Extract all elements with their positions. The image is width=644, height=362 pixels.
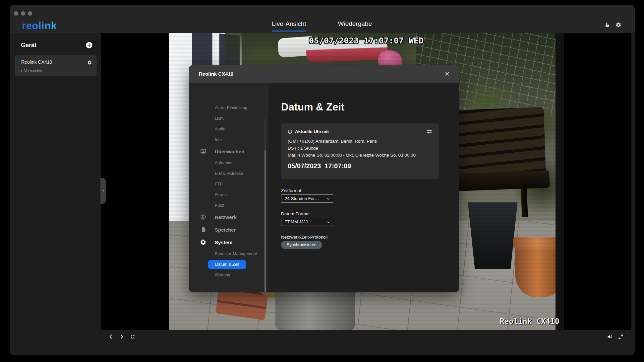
device-card[interactable]: Reolink CX410 Verbunden: [15, 55, 97, 76]
nav-item-datum-zeit[interactable]: Datum & Zeit: [189, 259, 268, 270]
nav-item-wartung[interactable]: Wartung: [189, 270, 268, 280]
adjust-time-sliders-icon[interactable]: [426, 128, 433, 135]
current-time-title: Aktuelle Uhrzeit: [295, 129, 329, 134]
time-format-label: Zeitformat: [281, 188, 301, 193]
nav-item-benutzer-management[interactable]: Benutzer-Management: [189, 249, 268, 259]
camera-watermark: Reolink CX410: [499, 317, 559, 326]
window-zoom-button[interactable]: [28, 11, 32, 16]
globe-icon: [200, 214, 206, 220]
ntp-label: Netzwerk-Zeit-Protokoll: [281, 235, 327, 240]
previous-channel-icon[interactable]: [108, 334, 114, 339]
dialog-content: Datum & Zeit Aktuelle Uhrzeit (GMT+01:00…: [268, 83, 459, 292]
chevron-down-icon: [326, 197, 330, 201]
device-sidebar: Gerät Reolink CX410 Verbunden: [10, 33, 101, 355]
nav-section-system[interactable]: System: [189, 236, 268, 249]
settings-gear-icon[interactable]: [615, 22, 621, 28]
lock-open-icon[interactable]: [604, 22, 610, 28]
screen: reolink Live-Ansicht Wiedergabe Gerät Re…: [0, 0, 644, 362]
device-name: Reolink CX410: [21, 59, 52, 65]
next-channel-icon[interactable]: [119, 334, 125, 339]
date-format-select[interactable]: TT.MM.JJJJ: [281, 218, 333, 226]
current-datetime: 05/07/2023 17:07:09: [288, 162, 432, 170]
nav-item-audio[interactable]: Audio: [189, 124, 268, 134]
chevron-down-icon: [326, 220, 330, 224]
nav-item-info[interactable]: Info: [189, 134, 268, 145]
time-format-value: 24-Stunden For…: [285, 196, 319, 201]
refresh-stream-icon[interactable]: [130, 334, 136, 339]
nav-item-email-adresse[interactable]: E-Mail-Adresse: [189, 168, 268, 179]
nav-item-licht[interactable]: Licht: [189, 113, 268, 124]
collapse-arrow-icon: [101, 189, 105, 192]
top-bar: reolink Live-Ansicht Wiedergabe: [10, 5, 635, 33]
add-device-icon[interactable]: [86, 41, 93, 49]
dialog-title: Reolink CX410: [199, 71, 233, 77]
window-close-button[interactable]: [14, 11, 18, 16]
timezone-info: (GMT+01:00) Amsterdam, Berlin, Rom, Pari…: [288, 138, 432, 159]
dst-line: DST : 1 Stunde: [288, 145, 432, 152]
osd-timestamp: 05/07/2023 17:07:07 WED: [309, 36, 424, 45]
sidebar-title: Gerät: [21, 42, 36, 49]
dst-rule-line: Mär. 4 Woche So. 02:00:00 - Okt. Die let…: [288, 152, 432, 159]
nav-item-ftp[interactable]: FTP: [189, 179, 268, 189]
nav-item-alarm-einstellung[interactable]: Alarm-Einstellung: [189, 103, 268, 113]
top-bar-actions: [604, 22, 621, 28]
clock-icon: [288, 129, 292, 134]
window-controls[interactable]: [14, 11, 32, 16]
playback-controls: [108, 334, 136, 339]
nav-scrollbar-thumb[interactable]: [264, 150, 266, 292]
date-format-value: TT.MM.JJJJ: [285, 219, 308, 224]
device-settings-dialog: Reolink CX410 Alarm-Einstellung Licht Au…: [189, 65, 459, 292]
sd-card-icon: [200, 226, 206, 233]
volume-icon[interactable]: [607, 334, 613, 340]
nav-item-push[interactable]: Push: [189, 200, 268, 211]
dialog-nav: Alarm-Einstellung Licht Audio Info Überw…: [189, 83, 268, 292]
nav-section-netzwerk[interactable]: Netzwerk: [189, 211, 268, 223]
time-format-select[interactable]: 24-Stunden For…: [281, 194, 333, 203]
device-settings-gear-icon[interactable]: [87, 60, 92, 65]
main-tabs: Live-Ansicht Wiedergabe: [272, 20, 372, 32]
nav-section-ueberwachen[interactable]: Überwachen: [189, 145, 268, 158]
monitor-icon: [200, 148, 206, 155]
date-format-label: Datum Format: [281, 211, 310, 216]
device-status: Verbunden: [21, 69, 42, 73]
timezone-line: (GMT+01:00) Amsterdam, Berlin, Rom, Pari…: [288, 138, 432, 145]
stream-options: [607, 334, 624, 340]
nav-section-speicher[interactable]: Speicher: [189, 223, 268, 236]
nav-item-aufnahme[interactable]: Aufnahme: [189, 158, 268, 168]
nav-scrollbar: [264, 118, 266, 292]
current-time-card: Aktuelle Uhrzeit (GMT+01:00) Amsterdam, …: [281, 123, 439, 179]
close-icon[interactable]: [444, 70, 450, 77]
dialog-nav-list: Alarm-Einstellung Licht Audio Info Überw…: [189, 103, 268, 280]
tab-live-view[interactable]: Live-Ansicht: [272, 20, 306, 32]
device-status-label: Verbunden: [24, 69, 42, 73]
window-minimize-button[interactable]: [21, 11, 25, 16]
app-window: reolink Live-Ansicht Wiedergabe Gerät Re…: [10, 5, 635, 355]
sidebar-collapse-handle[interactable]: [100, 178, 106, 204]
tab-playback[interactable]: Wiedergabe: [338, 20, 372, 32]
dialog-header: Reolink CX410: [189, 65, 459, 83]
status-dot: [21, 70, 22, 72]
current-time-header: Aktuelle Uhrzeit: [288, 129, 432, 134]
gear-icon: [200, 239, 206, 246]
reolink-logo: reolink: [22, 20, 57, 32]
fullscreen-icon[interactable]: [618, 334, 624, 340]
page-title: Datum & Zeit: [281, 101, 344, 113]
synchronize-button[interactable]: Synchronisieren: [281, 241, 322, 249]
nav-item-sirene[interactable]: Sirene: [189, 189, 268, 200]
